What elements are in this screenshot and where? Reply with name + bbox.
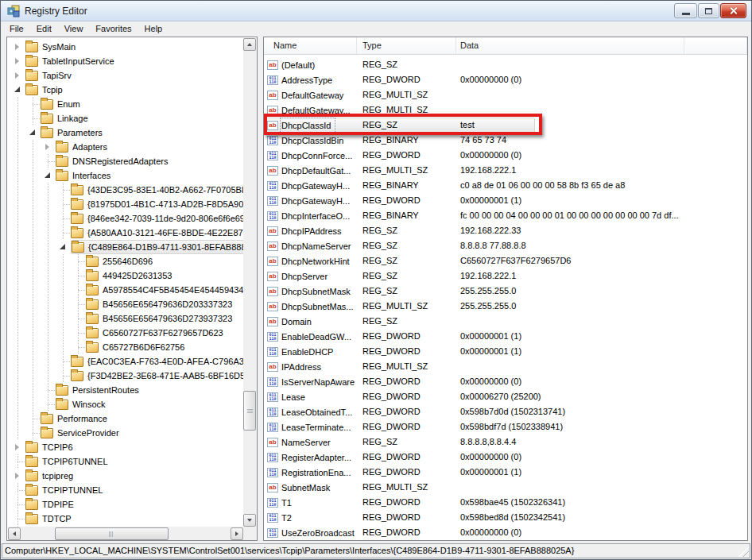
tree-item[interactable]: Parameters — [8, 126, 243, 140]
column-header-data[interactable]: Data — [456, 37, 684, 54]
column-header-name[interactable]: Name — [264, 37, 357, 54]
collapse-arrow-icon[interactable] — [27, 126, 41, 140]
collapse-arrow-icon[interactable] — [42, 168, 56, 183]
scroll-up-button[interactable] — [243, 38, 256, 51]
menu-edit[interactable]: Edit — [30, 22, 58, 36]
expand-arrow-icon[interactable] — [12, 54, 25, 68]
tree-item[interactable]: {A580AA10-3121-46FE-8BDE-4E22E8754 — [8, 226, 243, 240]
registry-value-row[interactable]: DhcpSubnetMas...REG_MULTI_SZ255.255.255.… — [264, 299, 747, 314]
menu-file[interactable]: File — [3, 22, 30, 36]
tree-item[interactable]: TDPIPE — [8, 497, 243, 512]
tree-item[interactable]: {846ee342-7039-11de-9d20-806e6f6e6963 — [8, 211, 243, 226]
scroll-left-button[interactable] — [8, 527, 21, 540]
registry-value-row[interactable]: T1REG_DWORD0x598bae45 (1502326341) — [264, 495, 747, 510]
tree-item[interactable]: TCPIPTUNNEL — [8, 483, 243, 497]
tree-item[interactable]: PersistentRoutes — [8, 383, 243, 397]
horizontal-scrollbar-thumb[interactable] — [55, 527, 169, 540]
registry-value-row[interactable]: SubnetMaskREG_MULTI_SZ — [264, 480, 747, 495]
tree-item[interactable]: C6560727F637F6279657D623 — [8, 326, 243, 340]
expand-arrow-icon[interactable] — [12, 440, 25, 454]
registry-value-row[interactable]: RegistrationEna...REG_DWORD0x00000001 (1… — [264, 465, 747, 480]
tree-item[interactable]: {43DE3C95-83E1-40B2-A662-7F0705B88E — [8, 183, 243, 197]
registry-value-row[interactable]: EnableDeadGW...REG_DWORD0x00000001 (1) — [264, 329, 747, 344]
collapse-arrow-icon[interactable] — [12, 83, 25, 97]
tree-item[interactable]: 255646D696 — [8, 254, 243, 268]
expand-arrow-icon[interactable] — [12, 40, 25, 54]
registry-value-row[interactable]: DhcpIPAddressREG_SZ192.168.222.33 — [264, 223, 747, 238]
registry-value-row[interactable]: DhcpServerREG_SZ192.168.222.1 — [264, 268, 747, 284]
registry-value-row[interactable]: UseZeroBroadcastREG_DWORD0x00000000 (0) — [264, 525, 747, 540]
registry-value-row[interactable]: DhcpDefaultGat...REG_MULTI_SZ192.168.222… — [264, 163, 747, 178]
tree-item[interactable]: Interfaces — [8, 168, 243, 183]
registry-value-row[interactable]: DhcpConnForce...REG_DWORD0x00000000 (0) — [264, 148, 747, 163]
registry-value-row[interactable]: IsServerNapAwareREG_DWORD0x00000000 (0) — [264, 374, 747, 389]
minimize-button[interactable] — [674, 3, 697, 18]
registry-value-row[interactable]: LeaseObtainedT...REG_DWORD0x598b7d0d (15… — [264, 404, 747, 419]
tree-item[interactable]: A5978554C4F5B45454E454459434F5D — [8, 283, 243, 297]
tree-item[interactable]: SysMain — [8, 40, 243, 54]
value-name-cell: T1 — [264, 495, 359, 510]
registry-value-row[interactable]: AddressTypeREG_DWORD0x00000000 (0) — [264, 72, 747, 87]
tree-item[interactable]: tcpipreg — [8, 469, 243, 483]
registry-value-row[interactable]: DefaultGatewayREG_MULTI_SZ — [264, 87, 747, 102]
expand-arrow-icon[interactable] — [12, 68, 25, 83]
tree-item[interactable]: B45656E656479636D273937323 — [8, 311, 243, 326]
registry-value-row[interactable]: EnableDHCPREG_DWORD0x00000001 (1) — [264, 344, 747, 359]
tree-item[interactable]: B45656E656479636D203337323 — [8, 297, 243, 311]
tree-item[interactable]: Winsock — [8, 397, 243, 411]
registry-value-row[interactable]: DhcpNetworkHintREG_SZC6560727F637F627965… — [264, 253, 747, 268]
tree-item[interactable]: DNSRegisteredAdapters — [8, 154, 243, 168]
tree-horizontal-scrollbar[interactable] — [8, 527, 243, 540]
registry-value-row[interactable]: IPAddressREG_MULTI_SZ — [264, 359, 747, 374]
registry-value-row[interactable]: LeaseTerminate...REG_DWORD0x598bdf7d (15… — [264, 419, 747, 434]
registry-value-row[interactable]: T2REG_DWORD0x598bed8d (1502342541) — [264, 510, 747, 525]
tree-item[interactable]: TapiSrv — [8, 68, 243, 83]
scroll-down-button[interactable] — [243, 514, 256, 527]
registry-value-row[interactable]: DhcpInterfaceO...REG_BINARYfc 00 00 00 0… — [264, 208, 747, 223]
tree-guide-line — [27, 211, 42, 226]
registry-value-row[interactable]: DhcpClassIdREG_SZtest — [264, 118, 747, 133]
registry-value-row[interactable]: DhcpGatewayH...REG_DWORD0x00000001 (1) — [264, 193, 747, 208]
maximize-button[interactable] — [698, 3, 719, 18]
tree-item[interactable]: TabletInputService — [8, 54, 243, 68]
tree-item[interactable]: Performance — [8, 411, 243, 426]
tree-item[interactable]: TCPIP6 — [8, 440, 243, 454]
close-button[interactable] — [720, 3, 746, 18]
tree-item[interactable]: TDTCP — [8, 512, 243, 526]
resize-grip[interactable] — [738, 546, 749, 557]
collapse-arrow-icon[interactable] — [57, 240, 71, 254]
registry-value-row[interactable]: DefaultGateway...REG_MULTI_SZ — [264, 102, 747, 118]
scroll-right-button[interactable] — [231, 527, 243, 540]
registry-value-row[interactable]: DhcpSubnetMaskREG_SZ255.255.255.0 — [264, 284, 747, 299]
menu-help[interactable]: Help — [138, 22, 169, 36]
menu-favorites[interactable]: Favorites — [89, 22, 138, 36]
tree-item[interactable]: TCPIP6TUNNEL — [8, 454, 243, 469]
vertical-scrollbar-thumb[interactable] — [243, 391, 256, 431]
tree-item[interactable]: {F3D42BE2-3E68-471E-AAB5-6BF16D5E — [8, 369, 243, 383]
registry-value-row[interactable]: DomainREG_SZ — [264, 314, 747, 329]
registry-value-row[interactable]: NameServerREG_SZ8.8.8.8,8.8.4.4 — [264, 434, 747, 450]
registry-value-row[interactable]: DhcpClassIdBinREG_BINARY74 65 73 74 — [264, 133, 747, 148]
registry-value-row[interactable]: DhcpNameServerREG_SZ8.8.8.8 77.88.8.8 — [264, 238, 747, 253]
tree-item[interactable]: Adapters — [8, 140, 243, 154]
column-header-type[interactable]: Type — [357, 37, 456, 54]
expand-arrow-icon[interactable] — [42, 140, 56, 154]
tree-item[interactable]: Linkage — [8, 111, 243, 126]
tree-vertical-scrollbar[interactable] — [243, 38, 257, 527]
tree-item[interactable]: Enum — [8, 97, 243, 111]
tree-item[interactable]: {81975D01-4B1C-4713-AD2B-F8D5A905A0 — [8, 197, 243, 211]
tree-item[interactable]: Tcpip — [8, 83, 243, 97]
tree-item[interactable]: C65727B6D6F62756 — [8, 340, 243, 354]
string-value-icon — [267, 287, 278, 296]
menu-view[interactable]: View — [58, 22, 90, 36]
registry-value-row[interactable]: (Default)REG_SZ — [264, 57, 747, 72]
tree-item[interactable]: ServiceProvider — [8, 426, 243, 440]
titlebar[interactable]: Registry Editor — [1, 1, 751, 21]
registry-value-row[interactable]: LeaseREG_DWORD0x00006270 (25200) — [264, 389, 747, 404]
expand-arrow-icon[interactable] — [12, 469, 25, 483]
tree-item[interactable]: 449425D2631353 — [8, 268, 243, 283]
registry-value-row[interactable]: RegisterAdapter...REG_DWORD0x00000000 (0… — [264, 450, 747, 465]
registry-value-row[interactable]: DhcpGatewayH...REG_BINARYc0 a8 de 01 06 … — [264, 178, 747, 193]
tree-item[interactable]: {EAC0C3EA-F763-4E0D-AFEA-C796A3A3 — [8, 354, 243, 369]
tree-item[interactable]: {C489E864-D1B9-4711-9301-8EFAB888025 — [8, 240, 243, 254]
